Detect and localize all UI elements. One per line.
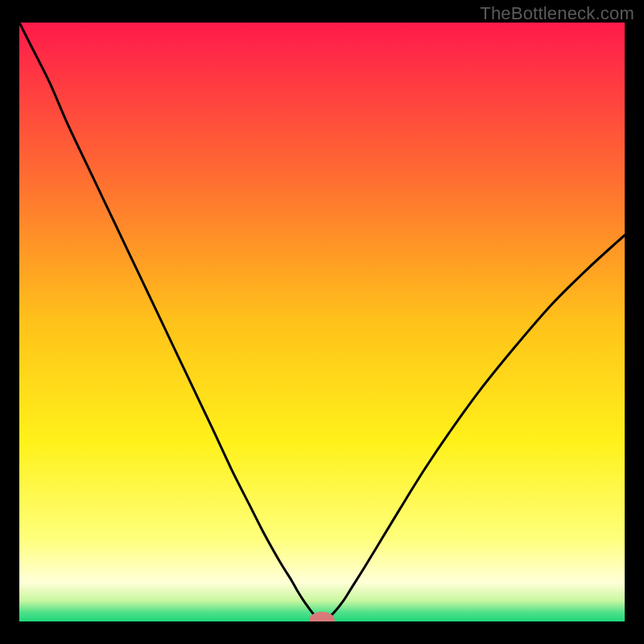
gradient-background xyxy=(19,23,625,621)
chart-svg xyxy=(19,23,625,621)
watermark-text: TheBottleneck.com xyxy=(480,3,634,24)
chart-stage: TheBottleneck.com xyxy=(0,0,644,644)
plot-area xyxy=(19,23,625,621)
